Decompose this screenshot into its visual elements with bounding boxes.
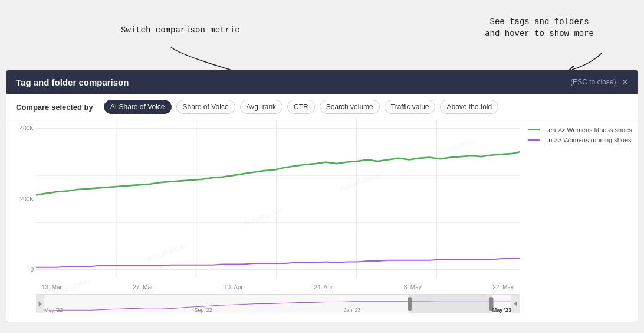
toolbar: Compare selected by AI Share of Voice Sh… <box>6 94 638 120</box>
chart-legend: ...en >> Womens fitness shoes ...n >> Wo… <box>520 120 638 313</box>
panel-header: Tag and folder comparison (ESC to close)… <box>6 70 638 94</box>
metric-ctr[interactable]: CTR <box>287 100 315 114</box>
panel-header-right: (ESC to close) × <box>570 76 628 89</box>
legend-line-green <box>528 129 540 130</box>
x-axis: 13. Mar 27. Mar 10. Apr 24. Apr 8. May 2… <box>36 281 520 293</box>
y-axis: 400K 200K 0 <box>6 120 36 278</box>
metric-share-of-voice[interactable]: Share of Voice <box>176 100 235 114</box>
legend-line-purple <box>528 139 540 141</box>
mini-x-sep22: Sep '22 <box>194 307 212 313</box>
panel-title: Tag and folder comparison <box>16 77 129 87</box>
metric-traffic-value[interactable]: Traffic value <box>385 100 436 114</box>
x-label-5: 22. May <box>492 284 514 290</box>
legend-item-green: ...en >> Womens fitness shoes <box>528 126 629 133</box>
mini-chart[interactable]: May '22 Sep '22 Jan '23 May '23 <box>36 294 520 313</box>
x-label-1: 27. Mar <box>133 284 153 290</box>
close-button[interactable]: × <box>622 76 628 89</box>
chart-container: 400K 200K 0 AccuRanker AccuRanker AccuRa… <box>6 120 638 313</box>
annotation-tags-folders: See tags and folders and hover to show m… <box>485 17 594 40</box>
chart-svg <box>36 120 520 278</box>
legend-label-purple: ...n >> Womens running shoes <box>543 136 632 143</box>
x-label-3: 24. Apr <box>314 284 333 290</box>
metric-ai-share-of-voice[interactable]: AI Share of Voice <box>104 100 172 114</box>
main-panel: Tag and folder comparison (ESC to close)… <box>6 70 638 322</box>
metric-avg-rank[interactable]: Avg. rank <box>240 100 282 114</box>
legend-item-purple: ...n >> Womens running shoes <box>528 136 629 143</box>
x-label-4: 8. May <box>404 284 422 290</box>
x-label-0: 13. Mar <box>42 284 62 290</box>
x-label-2: 10. Apr <box>224 284 243 290</box>
y-label-400k: 400K <box>20 125 34 132</box>
mini-x-may23: May '23 <box>492 307 511 313</box>
y-label-200k: 200K <box>20 196 34 203</box>
annotation-switch-metric: Switch comparison metric <box>121 25 240 37</box>
mini-x-jan23: Jan '23 <box>344 307 361 313</box>
chart-main: 400K 200K 0 AccuRanker AccuRanker AccuRa… <box>6 120 520 313</box>
esc-hint: (ESC to close) <box>570 78 616 86</box>
metric-search-volume[interactable]: Search volume <box>320 100 380 114</box>
compare-label: Compare selected by <box>16 103 93 112</box>
mini-x-may22: May '22 <box>44 307 63 313</box>
legend-label-green: ...en >> Womens fitness shoes <box>543 126 632 133</box>
y-label-0: 0 <box>30 266 34 273</box>
metric-above-fold[interactable]: Above the fold <box>440 100 498 114</box>
